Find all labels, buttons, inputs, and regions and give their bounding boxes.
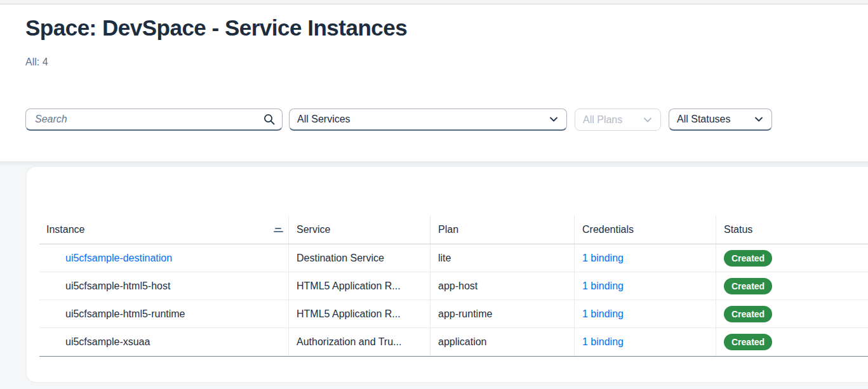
table-row: ui5cfsample-xsuaa Authorization and Tru.… <box>39 328 868 356</box>
plan-cell: application <box>431 328 575 356</box>
status-badge: Created <box>724 334 772 350</box>
top-toolbar-edge <box>0 0 868 4</box>
instance-name: ui5cfsample-html5-runtime <box>65 308 185 320</box>
column-header-instance[interactable]: Instance <box>39 216 289 244</box>
plan-cell: app-runtime <box>431 300 575 327</box>
plans-filter-value: All Plans <box>583 114 622 126</box>
service-cell: HTML5 Application R... <box>289 272 431 300</box>
search-input[interactable] <box>35 114 263 125</box>
status-badge: Created <box>724 278 772 294</box>
binding-link[interactable]: 1 binding <box>582 336 624 348</box>
instance-name: ui5cfsample-html5-host <box>65 280 170 292</box>
table-header: Instance Service Plan Credentials Status <box>39 216 868 244</box>
plans-filter-select: All Plans <box>575 109 661 131</box>
table-row: ui5cfsample-html5-host HTML5 Application… <box>39 272 868 300</box>
column-header-plan[interactable]: Plan <box>431 216 575 244</box>
table-row: ui5cfsample-destination Destination Serv… <box>39 244 868 272</box>
page-title: Space: DevSpace - Service Instances <box>25 15 407 41</box>
service-cell: Authorization and Tru... <box>289 328 431 356</box>
count-label: All: 4 <box>25 56 48 68</box>
status-badge: Created <box>724 250 772 267</box>
plan-cell: lite <box>431 244 575 272</box>
sort-icon <box>273 227 283 233</box>
instances-table: Instance Service Plan Credentials Status <box>39 216 868 357</box>
service-cell: HTML5 Application R... <box>289 300 431 327</box>
chevron-down-icon <box>549 114 559 124</box>
instance-name: ui5cfsample-xsuaa <box>65 336 150 348</box>
column-header-credentials[interactable]: Credentials <box>575 216 716 244</box>
search-icon[interactable] <box>263 113 276 126</box>
table-body: ui5cfsample-destination Destination Serv… <box>39 244 868 356</box>
chevron-down-icon <box>643 115 653 125</box>
binding-link[interactable]: 1 binding <box>582 308 624 320</box>
chevron-down-icon <box>754 114 764 124</box>
status-badge: Created <box>724 306 772 322</box>
statuses-filter-select[interactable]: All Statuses <box>669 109 772 131</box>
search-box[interactable] <box>25 109 283 131</box>
instances-card: Instance Service Plan Credentials Status <box>27 167 868 382</box>
column-header-service[interactable]: Service <box>289 216 431 244</box>
plan-cell: app-host <box>431 272 575 300</box>
statuses-filter-value: All Statuses <box>677 114 730 125</box>
service-cell: Destination Service <box>289 244 431 272</box>
services-filter-value: All Services <box>297 114 351 125</box>
services-filter-select[interactable]: All Services <box>289 109 567 131</box>
column-header-status[interactable]: Status <box>716 216 868 244</box>
binding-link[interactable]: 1 binding <box>582 280 624 292</box>
binding-link[interactable]: 1 binding <box>582 253 624 264</box>
instance-name[interactable]: ui5cfsample-destination <box>65 253 172 264</box>
service-instances-page: Space: DevSpace - Service Instances All:… <box>0 0 868 389</box>
table-row: ui5cfsample-html5-runtime HTML5 Applicat… <box>39 300 868 328</box>
